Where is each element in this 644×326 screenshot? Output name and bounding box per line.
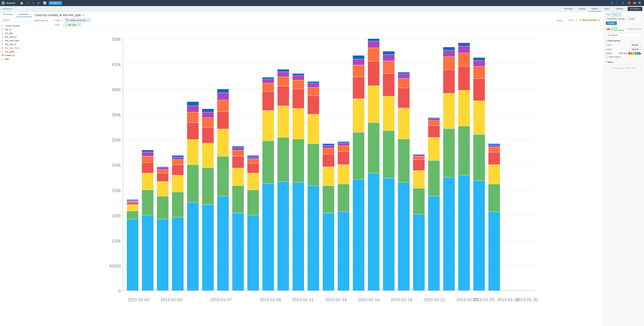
edit-title-icon[interactable]: ✏ [82,14,84,16]
refresh-button[interactable]: ↻ Refresh [606,33,642,37]
breakdown-section: Break down by ... X axis : + 📅 created_a… [35,18,91,27]
hash-icon: # [580,19,581,21]
sidebar: ⊞ Sampling ||| Columns # Count of record… [0,12,32,326]
list-item[interactable]: # line_id [0,28,32,31]
list-item[interactable]: # line_repo_id [0,42,32,46]
color-remove[interactable]: ✕ [78,23,80,26]
y-axis-select[interactable]: Normal [631,43,642,47]
y-label: 300k [112,138,121,142]
col-name: Count of records [5,25,20,27]
list-item[interactable]: # Count of records [0,24,32,28]
calendar-icon: 📅 [66,19,68,21]
x-axis-pill[interactable]: 📅 created_at by Day ✕ [64,18,91,22]
bar-segment [247,190,259,215]
chart-type-icon[interactable] [606,27,611,31]
x-axis-select[interactable]: Normal [631,48,642,51]
bar-segment [247,215,259,291]
save-icon[interactable]: 💾 [19,1,24,5]
chart-area: 0 50000 100k 150k 200k 250k 300k 350k 40… [32,28,604,326]
list-item[interactable]: A line_public [0,50,32,54]
bar-segment [458,53,470,66]
edit-icon[interactable]: ✏ [31,1,36,5]
list-item[interactable]: A line_actor_login [0,39,32,42]
chart-header: Count by created_at and line_type ✏ Brea… [32,12,604,28]
notification-badge[interactable]: 4 [633,2,636,4]
sidebar-tab-sampling[interactable]: ⊞ Sampling [0,12,16,17]
x-axis-add-icon[interactable]: + [62,19,64,22]
nav-tabs: Summary Explore Charts Status Settings [561,6,626,11]
chart-icon[interactable]: 📊 [42,1,48,5]
bar-segment [262,77,274,79]
tab-icon: ☁ [50,2,52,4]
bar-segment [142,156,154,163]
filters-title[interactable]: ▾ Filters [606,61,642,63]
help-icon[interactable]: ? [616,1,619,5]
x-axis-option-row: X axis: Normal [606,48,642,51]
search-icon[interactable]: 🔍 [637,1,643,5]
y-axis-add-icon[interactable]: + [576,19,577,22]
bar-segment [398,88,410,108]
bar-segment [262,111,274,141]
bar-segment [262,79,274,83]
run-icon[interactable]: ▶ [37,1,41,5]
chart-options-title[interactable]: ▾ Chart options [606,40,642,42]
bar-segment [322,213,334,291]
bar-segment [157,181,169,196]
sidebar-tab-columns[interactable]: ||| Columns [16,12,32,17]
palette-preview[interactable]: ▶ [628,52,642,55]
social-button[interactable]: Social [627,17,636,20]
x-label: 2015-01-16 [358,297,380,302]
type-icon: A [2,32,4,34]
bar-segment [458,90,470,126]
app-name: Redshift [6,2,15,4]
actions-button[interactable]: ACTIONS ▾ [628,7,642,11]
export-button[interactable]: Export ▾ [611,13,622,16]
x-label: 2015-01-21 [424,297,445,302]
help-button[interactable]: Help [606,13,610,16]
bar-segment [338,143,350,146]
y-axis-remove[interactable]: ✕ [598,19,600,21]
color-pill[interactable]: A line_type ✕ [64,23,81,27]
tab-explore[interactable]: Explore [576,6,588,11]
bar-segment [443,70,455,93]
bar-segment [157,219,169,291]
list-item[interactable]: 📅 created_at [0,54,32,57]
list-item[interactable]: A line_type [0,31,32,35]
bar-segment [352,65,364,77]
user-avatar[interactable]: 🔴 [627,1,632,5]
bar-segment [217,111,229,129]
active-tab[interactable]: ☁ github_t [49,1,62,5]
refresh-icon[interactable]: ↻ [26,1,30,5]
user-icon[interactable]: 👤 [620,1,625,5]
tab-settings[interactable]: Settings [613,6,626,11]
x-axis-remove[interactable]: ✕ [87,19,89,21]
bar-segment [308,114,319,144]
publish-button[interactable]: Publish [606,21,617,25]
palette-swatch [638,52,640,55]
publication-settings-button[interactable]: Publication settings [606,17,626,20]
tab-summary[interactable]: Summary [561,6,576,11]
list-item[interactable]: A line_repo_name [0,46,32,50]
tab-status[interactable]: Status [601,6,613,11]
show-legend-checkbox[interactable] [606,56,608,58]
bar-segment [126,200,138,201]
bar-segment [142,163,154,173]
col-name: line_actor_id [5,36,16,38]
bar-segment [187,102,199,106]
y-axis-pill[interactable]: # Count of records ✕ [578,18,601,22]
chevron-right-icon: ▶ [641,52,642,54]
list-item[interactable]: A date [0,57,32,61]
bar-segment [217,93,229,100]
bar-segment [172,175,184,192]
search-box [0,17,32,23]
bar-segment [217,196,229,291]
color-add-icon[interactable]: + [62,23,64,26]
settings-icon[interactable]: ⚙ [610,1,614,5]
bar-segment [322,167,334,186]
list-item[interactable]: # line_actor_id [0,35,32,39]
bar-segment [308,87,319,96]
content-area: Count by created_at and line_type ✏ Brea… [32,12,604,326]
search-input[interactable] [1,18,30,22]
bar-segment [308,81,319,83]
tab-charts[interactable]: Charts [588,6,601,11]
